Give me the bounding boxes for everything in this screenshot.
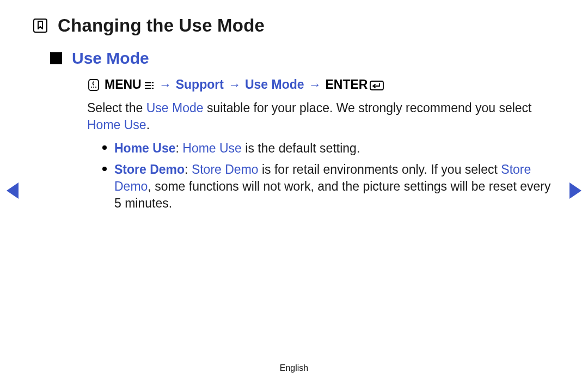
text: is the default setting. — [242, 141, 360, 155]
path-support: Support — [176, 77, 224, 92]
section-title: Use Mode — [72, 49, 149, 68]
svg-point-3 — [93, 86, 94, 87]
text: Select the — [87, 101, 146, 115]
path-arrow-1: → — [159, 77, 171, 92]
svg-rect-11 — [370, 81, 383, 90]
option-list: Home Use: Home Use is the default settin… — [102, 140, 555, 212]
manual-page: Changing the Use Mode Use Mode MENU — [0, 0, 588, 384]
section-row: Use Mode — [50, 49, 555, 68]
remote-icon — [87, 78, 100, 92]
list-item-store-demo: Store Demo: Store Demo is for retail env… — [102, 161, 555, 212]
footer-language: English — [0, 363, 588, 373]
svg-rect-9 — [152, 85, 154, 86]
path-enter-label: ENTER — [326, 77, 368, 92]
text-highlight: Home Use — [87, 118, 146, 132]
text: : — [175, 141, 182, 155]
text: is for retail environments only. If you … — [259, 162, 501, 176]
path-usemode: Use Mode — [245, 77, 304, 92]
option-label: Store Demo — [114, 162, 185, 176]
menu-glyph-icon — [144, 80, 155, 90]
next-page-button[interactable] — [569, 182, 581, 199]
square-bullet-icon — [50, 52, 62, 64]
text: suitable for your place. We strongly rec… — [204, 101, 532, 115]
text: : — [185, 162, 192, 176]
menu-path: MENU → Support → Use Mode → ENTER — [87, 77, 555, 92]
svg-rect-8 — [152, 82, 154, 83]
text: . — [146, 118, 150, 132]
svg-point-2 — [91, 86, 92, 87]
page-title: Changing the Use Mode — [58, 15, 265, 36]
text: , some functions will not work, and the … — [114, 179, 551, 210]
svg-rect-6 — [145, 85, 151, 86]
text-highlight: Home Use — [182, 141, 242, 155]
path-arrow-2: → — [228, 77, 241, 92]
prev-page-button[interactable] — [7, 182, 19, 199]
svg-point-4 — [95, 86, 96, 87]
text-highlight: Use Mode — [146, 101, 204, 115]
svg-rect-7 — [145, 88, 151, 89]
title-row: Changing the Use Mode — [33, 15, 555, 36]
triangle-right-icon — [569, 182, 581, 199]
path-arrow-3: → — [309, 77, 321, 92]
svg-rect-5 — [145, 82, 151, 83]
triangle-left-icon — [7, 182, 19, 199]
path-menu-label: MENU — [105, 77, 142, 92]
svg-rect-10 — [152, 88, 154, 89]
enter-glyph-icon — [370, 80, 384, 90]
list-item-home-use: Home Use: Home Use is the default settin… — [102, 140, 555, 157]
intro-paragraph: Select the Use Mode suitable for your pl… — [87, 100, 555, 133]
bookmark-icon — [33, 18, 48, 33]
option-label: Home Use — [114, 141, 175, 155]
text-highlight: Store Demo — [192, 162, 259, 176]
